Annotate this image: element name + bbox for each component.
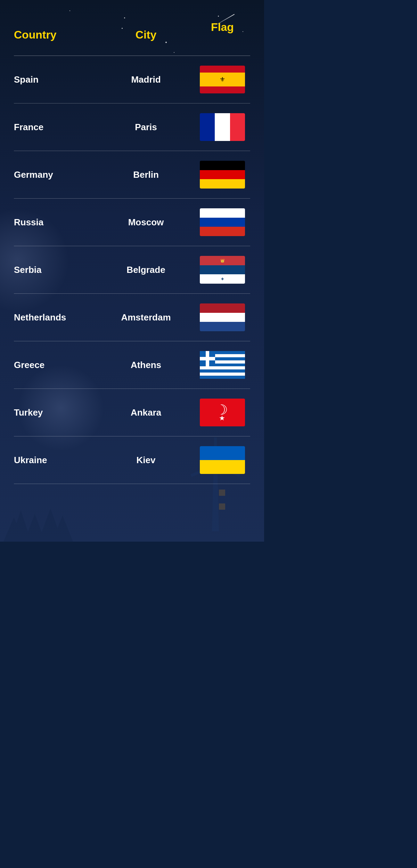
- flag-stripe: [200, 265, 245, 275]
- table-row: Germany Berlin: [14, 151, 250, 199]
- table-row: Greece Athens: [14, 341, 250, 389]
- flag-stripe: [230, 113, 245, 141]
- netherlands-flag: [200, 303, 245, 331]
- country-name: Greece: [14, 360, 97, 370]
- flag-stripe: [200, 369, 245, 373]
- flag-cell: [195, 303, 250, 331]
- flag-stripe: [200, 227, 245, 236]
- france-flag: [200, 113, 245, 141]
- ukraine-flag: [200, 446, 245, 474]
- city-name: Moscow: [111, 217, 181, 228]
- flag-header: Flag: [195, 21, 250, 49]
- country-name: Serbia: [14, 265, 97, 275]
- flag-stripe: [200, 113, 215, 141]
- city-name: Madrid: [111, 74, 181, 85]
- star-icon: ★: [219, 414, 225, 422]
- city-name: Kiev: [111, 455, 181, 466]
- flag-stripe: [200, 313, 245, 322]
- flag-stripe: [200, 322, 245, 331]
- country-name: Germany: [14, 169, 97, 180]
- flag-stripe: [200, 179, 245, 189]
- flag-stripe: 👑: [200, 256, 245, 265]
- flag-cell: 👑 ✚: [195, 256, 250, 284]
- flag-cell: [195, 161, 250, 189]
- city-name: Paris: [111, 122, 181, 133]
- table-row: Netherlands Amsterdam: [14, 294, 250, 341]
- flag-stripe: [200, 170, 245, 180]
- spain-flag: ⚜: [200, 66, 245, 93]
- flag-stripe: [200, 218, 245, 227]
- flag-cell: [195, 208, 250, 236]
- flag-stripe: ⚜: [200, 73, 245, 86]
- table-header: Country City Flag: [14, 21, 250, 56]
- turkey-flag: ☽ ★: [200, 399, 245, 426]
- flag-stripe: [200, 208, 245, 218]
- flag-stripe: [200, 373, 245, 376]
- flag-cell: ⚜: [195, 66, 250, 93]
- city-header: City: [111, 28, 181, 41]
- table-row: France Paris: [14, 103, 250, 151]
- main-content: Country City Flag Spain Madrid ⚜ France …: [0, 0, 264, 498]
- flag-stripe: [200, 303, 245, 313]
- flag-stripe: [200, 366, 245, 369]
- country-name: Spain: [14, 74, 97, 85]
- greece-flag: [200, 351, 245, 379]
- flag-stripe: [215, 113, 230, 141]
- country-name: France: [14, 122, 97, 133]
- flag-stripe: [200, 86, 245, 93]
- city-name: Berlin: [111, 169, 181, 180]
- city-name: Ankara: [111, 407, 181, 418]
- flag-cell: [195, 446, 250, 474]
- country-name: Turkey: [14, 407, 97, 418]
- serbia-coat: 👑: [220, 259, 224, 262]
- table-row: Turkey Ankara ☽ ★: [14, 389, 250, 436]
- table-row: Serbia Belgrade 👑 ✚: [14, 246, 250, 294]
- cross-horizontal: [200, 357, 215, 360]
- svg-rect-6: [219, 503, 225, 510]
- table-row: Russia Moscow: [14, 199, 250, 246]
- germany-flag: [200, 161, 245, 189]
- greece-canton: [200, 351, 215, 366]
- city-name: Belgrade: [111, 265, 181, 275]
- country-name: Russia: [14, 217, 97, 228]
- city-name: Amsterdam: [111, 312, 181, 323]
- flag-stripe: ✚: [200, 274, 245, 284]
- country-name: Netherlands: [14, 312, 97, 323]
- flag-stripe: [200, 460, 245, 474]
- flag-stripe: [200, 66, 245, 73]
- russia-flag: [200, 208, 245, 236]
- flag-stripe: [200, 161, 245, 170]
- flag-cell: ☽ ★: [195, 399, 250, 426]
- flag-cell: [195, 113, 250, 141]
- country-header: Country: [14, 28, 97, 41]
- table-row: Ukraine Kiev: [14, 436, 250, 484]
- serbia-symbol: ✚: [221, 277, 224, 281]
- serbia-flag: 👑 ✚: [200, 256, 245, 284]
- flag-cell: [195, 351, 250, 379]
- table-row: Spain Madrid ⚜: [14, 56, 250, 103]
- city-name: Athens: [111, 360, 181, 370]
- flag-stripe: [200, 446, 245, 460]
- flag-stripe: [200, 376, 245, 379]
- country-name: Ukraine: [14, 455, 97, 466]
